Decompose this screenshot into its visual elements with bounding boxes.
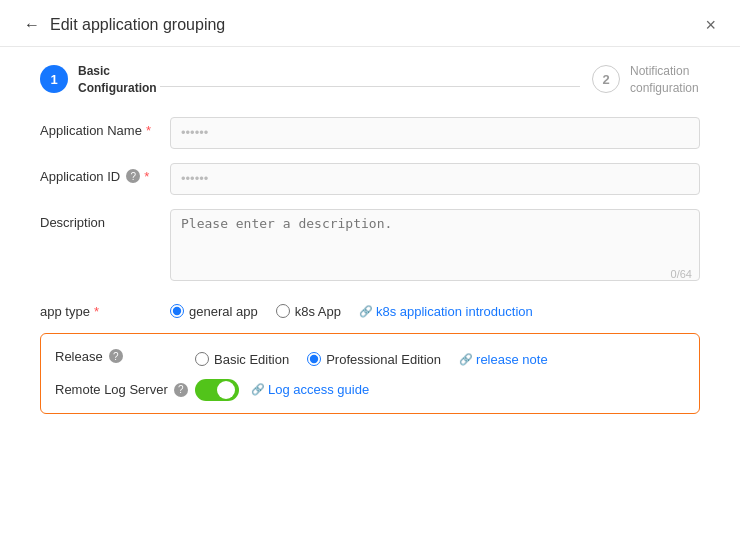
- orange-section: Release ? Basic Edition Professional Edi…: [40, 333, 700, 414]
- back-button[interactable]: ←: [24, 16, 40, 34]
- release-professional[interactable]: Professional Edition: [307, 352, 441, 367]
- modal: ← Edit application grouping × 1 Basic Co…: [0, 0, 740, 541]
- release-professional-radio[interactable]: [307, 352, 321, 366]
- description-count: 0/64: [671, 268, 692, 280]
- release-note-link-icon: 🔗: [459, 353, 473, 366]
- release-basic-radio[interactable]: [195, 352, 209, 366]
- app-id-label: Application ID ? *: [40, 163, 170, 184]
- toggle-slider: [195, 379, 239, 401]
- app-id-row: Application ID ? *: [40, 163, 700, 195]
- remote-log-toggle[interactable]: [195, 379, 239, 401]
- step-1-circle: 1: [40, 65, 68, 93]
- steps-bar: 1 Basic Configuration 2 Notification con…: [0, 47, 740, 113]
- log-access-link[interactable]: 🔗 Log access guide: [251, 382, 369, 397]
- app-type-general-radio[interactable]: [170, 304, 184, 318]
- close-button[interactable]: ×: [705, 16, 716, 34]
- step-1-label: Basic Configuration: [78, 63, 148, 97]
- app-name-row: Application Name *: [40, 117, 700, 149]
- app-name-input[interactable]: [170, 117, 700, 149]
- app-type-radio-group: general app k8s App 🔗 k8s application in…: [170, 298, 700, 319]
- release-help-icon[interactable]: ?: [109, 349, 123, 363]
- modal-header: ← Edit application grouping ×: [0, 0, 740, 47]
- app-name-label: Application Name *: [40, 117, 170, 138]
- release-radio-group: Basic Edition Professional Edition 🔗 rel…: [195, 346, 548, 367]
- modal-title-text: Edit application grouping: [50, 16, 225, 34]
- link-icon: 🔗: [359, 305, 373, 318]
- modal-title: ← Edit application grouping: [24, 16, 225, 34]
- release-basic[interactable]: Basic Edition: [195, 352, 289, 367]
- app-type-control: general app k8s App 🔗 k8s application in…: [170, 298, 700, 319]
- app-id-required: *: [144, 169, 149, 184]
- description-input[interactable]: [170, 209, 700, 281]
- app-name-control: [170, 117, 700, 149]
- k8s-intro-link[interactable]: 🔗 k8s application introduction: [359, 304, 533, 319]
- description-control: 0/64: [170, 209, 700, 284]
- description-label: Description: [40, 209, 170, 230]
- app-type-row: app type * general app k8s App 🔗 k8s ap: [40, 298, 700, 319]
- app-type-general[interactable]: general app: [170, 304, 258, 319]
- description-row: Description 0/64: [40, 209, 700, 284]
- remote-log-row: Remote Log Server ? 🔗 Log access guide: [55, 379, 685, 401]
- release-label: Release ?: [55, 349, 195, 364]
- step-2: 2 Notification configuration: [592, 63, 700, 97]
- release-note-link[interactable]: 🔗 release note: [459, 352, 548, 367]
- release-row: Release ? Basic Edition Professional Edi…: [55, 346, 685, 367]
- app-type-k8s[interactable]: k8s App: [276, 304, 341, 319]
- remote-log-control: 🔗 Log access guide: [195, 379, 369, 401]
- app-name-required: *: [146, 123, 151, 138]
- step-2-label: Notification configuration: [630, 63, 700, 97]
- app-type-required: *: [94, 304, 99, 319]
- step-1: 1 Basic Configuration: [40, 63, 148, 97]
- app-type-k8s-radio[interactable]: [276, 304, 290, 318]
- step-connector: [160, 86, 580, 87]
- step-2-circle: 2: [592, 65, 620, 93]
- form-body: Application Name * Application ID ? * De…: [0, 113, 740, 541]
- remote-log-label: Remote Log Server ?: [55, 382, 195, 397]
- app-type-label: app type *: [40, 298, 170, 319]
- log-access-link-icon: 🔗: [251, 383, 265, 396]
- app-id-help-icon[interactable]: ?: [126, 169, 140, 183]
- app-id-input[interactable]: [170, 163, 700, 195]
- app-id-control: [170, 163, 700, 195]
- remote-log-help-icon[interactable]: ?: [174, 383, 188, 397]
